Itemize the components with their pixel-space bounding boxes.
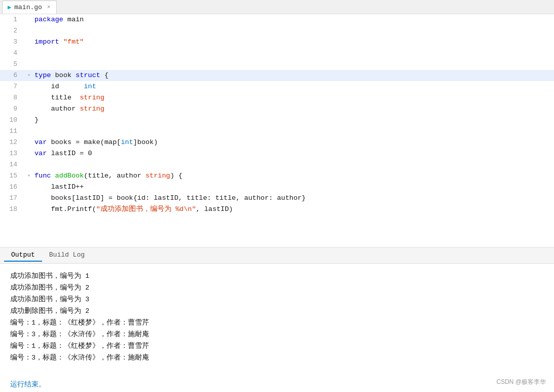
code-line-8: 8 title string bbox=[0, 92, 554, 103]
bottom-tab-bar: Output Build Log bbox=[0, 247, 554, 264]
code-line-6: 6 ▾ type book struct { bbox=[0, 70, 554, 81]
tab-close-button[interactable]: × bbox=[47, 4, 51, 10]
code-line-17: 17 books[lastID] = book{id: lastID, titl… bbox=[0, 193, 554, 204]
line-content-18: fmt.Printf("成功添加图书，编号为 %d\n", lastID) bbox=[32, 204, 554, 215]
line-content-9: author string bbox=[32, 103, 554, 115]
line-content-17: books[lastID] = book{id: lastID, title: … bbox=[32, 193, 554, 204]
code-line-9: 9 author string bbox=[0, 103, 554, 115]
line-content-16: lastID++ bbox=[32, 182, 554, 193]
code-line-16: 16 lastID++ bbox=[0, 182, 554, 193]
output-line-6: 编号：3，标题：《水浒传》，作者：施耐庵 bbox=[10, 329, 544, 341]
line-content-1: package main bbox=[32, 14, 554, 25]
output-line-4: 成功删除图书，编号为 2 bbox=[10, 306, 544, 317]
line-content-10: } bbox=[32, 115, 554, 126]
tab-filename: main.go bbox=[14, 4, 42, 11]
output-line-3: 成功添加图书，编号为 3 bbox=[10, 294, 544, 306]
code-line-7: 7 id int bbox=[0, 81, 554, 92]
output-line-5: 编号：1，标题：《红楼梦》，作者：曹雪芹 bbox=[10, 317, 544, 329]
output-end-line: 运行结束。 bbox=[10, 379, 544, 391]
line-content-3: import "fmt" bbox=[32, 37, 554, 48]
output-panel: 成功添加图书，编号为 1 成功添加图书，编号为 2 成功添加图书，编号为 3 成… bbox=[0, 264, 554, 392]
output-line-2: 成功添加图书，编号为 2 bbox=[10, 282, 544, 294]
code-line-1: 1 package main bbox=[0, 14, 554, 25]
main-go-tab[interactable]: ▶ main.go × bbox=[2, 1, 57, 14]
code-line-10: 10 } bbox=[0, 115, 554, 126]
code-line-5: 5 bbox=[0, 59, 554, 70]
code-editor: 1 package main 2 3 import "fmt" 4 5 6 ▾ … bbox=[0, 14, 554, 247]
code-line-13: 13 var lastID = 0 bbox=[0, 148, 554, 159]
code-line-11: 11 bbox=[0, 126, 554, 137]
output-line-1: 成功添加图书，编号为 1 bbox=[10, 271, 544, 282]
watermark: CSDN @极客李华 bbox=[496, 377, 546, 387]
tab-build-log[interactable]: Build Log bbox=[42, 249, 92, 262]
line-num-1: 1 bbox=[0, 14, 25, 25]
line-content-6: type book struct { bbox=[32, 70, 554, 81]
output-line-8: 编号：3，标题：《水浒传》，作者：施耐庵 bbox=[10, 352, 544, 364]
file-icon: ▶ bbox=[8, 4, 11, 11]
code-line-3: 3 import "fmt" bbox=[0, 37, 554, 48]
code-line-4: 4 bbox=[0, 48, 554, 59]
line-content-7: id int bbox=[32, 81, 554, 92]
code-line-2: 2 bbox=[0, 25, 554, 37]
code-line-12: 12 var books = make(map[int]book) bbox=[0, 137, 554, 148]
line-content-13: var lastID = 0 bbox=[32, 148, 554, 159]
tab-output[interactable]: Output bbox=[4, 249, 42, 262]
code-line-18: 18 fmt.Printf("成功添加图书，编号为 %d\n", lastID) bbox=[0, 204, 554, 215]
tab-bar: ▶ main.go × bbox=[0, 0, 554, 14]
line-content-8: title string bbox=[32, 92, 554, 103]
output-line-7: 编号：1，标题：《红楼梦》，作者：曹雪芹 bbox=[10, 341, 544, 352]
code-line-14: 14 bbox=[0, 159, 554, 170]
line-num-3: 3 bbox=[0, 37, 25, 48]
code-line-15: 15 ▾ func addBook(title, author string) … bbox=[0, 170, 554, 182]
line-content-15: func addBook(title, author string) { bbox=[32, 170, 554, 182]
line-content-12: var books = make(map[int]book) bbox=[32, 137, 554, 148]
line-num-2: 2 bbox=[0, 25, 25, 37]
